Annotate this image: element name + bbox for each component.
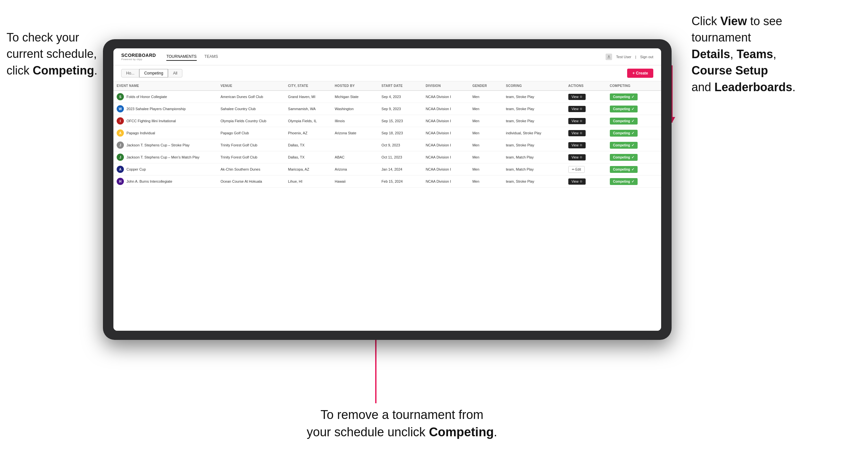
edit-button[interactable]: ✏ Edit [568, 166, 585, 173]
event-name: Jackson T. Stephens Cup – Stroke Play [126, 143, 190, 147]
scoreboard-subtitle: Powered by clipp [121, 58, 156, 61]
filter-tab-all[interactable]: All [168, 69, 182, 77]
cell-gender: Men [469, 103, 503, 115]
cell-scoring: team, Stroke Play [503, 103, 565, 115]
cell-actions: View ⊙ [565, 139, 607, 151]
cell-city: Dallas, TX [285, 139, 331, 151]
cell-actions: View ⊙ [565, 91, 607, 103]
cell-hosted: Hawaii [331, 176, 378, 188]
team-logo: J [117, 142, 124, 149]
nav-right: Test User | Sign out [606, 54, 653, 60]
table-row: HJohn A. Burns IntercollegiateOcean Cour… [114, 176, 661, 188]
cell-competing: Competing ✓ [607, 151, 661, 163]
cell-division: NCAA Division I [422, 151, 469, 163]
filter-tab-host[interactable]: Ho... [121, 69, 139, 77]
cell-venue: Olympia Fields Country Club [217, 115, 285, 127]
cell-competing: Competing ✓ [607, 127, 661, 139]
cell-event: IOFCC Fighting Illini Invitational [114, 115, 217, 127]
cell-hosted: ABAC [331, 151, 378, 163]
view-button[interactable]: View ⊙ [568, 142, 586, 148]
tablet-shell: SCOREBOARD Powered by clipp TOURNAMENTS … [103, 39, 672, 340]
table-row: IOFCC Fighting Illini InvitationalOlympi… [114, 115, 661, 127]
cell-scoring: team, Stroke Play [503, 115, 565, 127]
annotation-bottom: To remove a tournament fromyour schedule… [275, 406, 529, 441]
competing-button[interactable]: Competing ✓ [610, 93, 638, 100]
cell-scoring: individual, Stroke Play [503, 127, 565, 139]
cell-hosted: Arizona State [331, 127, 378, 139]
view-button[interactable]: View ⊙ [568, 106, 586, 112]
scoreboard-logo: SCOREBOARD Powered by clipp [121, 53, 156, 61]
team-logo: A [117, 129, 124, 136]
create-button[interactable]: + Create [627, 69, 653, 78]
competing-button[interactable]: Competing ✓ [610, 142, 638, 149]
event-name: Papago Individual [126, 131, 155, 135]
cell-gender: Men [469, 115, 503, 127]
svg-point-0 [608, 55, 610, 57]
cell-scoring: team, Match Play [503, 163, 565, 176]
table-row: JJackson T. Stephens Cup – Stroke PlayTr… [114, 139, 661, 151]
cell-gender: Men [469, 163, 503, 176]
competing-button[interactable]: Competing ✓ [610, 130, 638, 136]
cell-start: Oct 9, 2023 [378, 139, 422, 151]
nav-link-tournaments[interactable]: TOURNAMENTS [166, 53, 196, 61]
cell-division: NCAA Division I [422, 163, 469, 176]
user-label: Test User [616, 55, 631, 59]
scoreboard-title: SCOREBOARD [121, 53, 156, 58]
annotation-top-right: Click View to seetournamentDetails, Team… [691, 13, 862, 95]
table-row: W2023 Sahalee Players ChampionshipSahale… [114, 103, 661, 115]
signout-link[interactable]: Sign out [640, 55, 653, 59]
table-header-row: EVENT NAME VENUE CITY, STATE HOSTED BY S… [114, 82, 661, 91]
cell-division: NCAA Division I [422, 176, 469, 188]
cell-hosted: Illinois [331, 115, 378, 127]
cell-scoring: team, Match Play [503, 151, 565, 163]
cell-start: Feb 15, 2024 [378, 176, 422, 188]
cell-actions: View ⊙ [565, 127, 607, 139]
cell-city: Olympia Fields, IL [285, 115, 331, 127]
team-logo: J [117, 154, 124, 161]
view-button[interactable]: View ⊙ [568, 94, 586, 100]
competing-button[interactable]: Competing ✓ [610, 166, 638, 173]
competing-button[interactable]: Competing ✓ [610, 118, 638, 125]
user-icon [606, 54, 612, 60]
filter-tab-competing[interactable]: Competing [139, 69, 168, 77]
cell-start: Jan 14, 2024 [378, 163, 422, 176]
th-actions: ACTIONS [565, 82, 607, 91]
cell-city: Maricopa, AZ [285, 163, 331, 176]
team-logo: A [117, 166, 124, 173]
cell-city: Phoenix, AZ [285, 127, 331, 139]
signout-divider: | [635, 55, 636, 59]
cell-hosted: Michigan State [331, 91, 378, 103]
view-button[interactable]: View ⊙ [568, 179, 586, 185]
cell-scoring: team, Stroke Play [503, 91, 565, 103]
cell-venue: Ak-Chin Southern Dunes [217, 163, 285, 176]
cell-actions: View ⊙ [565, 103, 607, 115]
competing-button[interactable]: Competing ✓ [610, 105, 638, 113]
cell-gender: Men [469, 176, 503, 188]
arrow-bottom-up [375, 331, 376, 403]
competing-button[interactable]: Competing ✓ [610, 178, 638, 185]
cell-event: SFolds of Honor Collegiate [114, 91, 217, 103]
cell-actions: ✏ Edit [565, 163, 607, 176]
view-button[interactable]: View ⊙ [568, 130, 586, 136]
nav-link-teams[interactable]: TEAMS [205, 53, 218, 61]
competing-button[interactable]: Competing ✓ [610, 154, 638, 161]
cell-competing: Competing ✓ [607, 115, 661, 127]
cell-hosted: Arizona [331, 163, 378, 176]
table-row: SFolds of Honor CollegiateAmerican Dunes… [114, 91, 661, 103]
tournaments-table: EVENT NAME VENUE CITY, STATE HOSTED BY S… [114, 82, 661, 188]
team-logo: I [117, 117, 124, 125]
event-name: Jackson T. Stephens Cup – Men's Match Pl… [126, 155, 199, 159]
cell-competing: Competing ✓ [607, 103, 661, 115]
cell-competing: Competing ✓ [607, 91, 661, 103]
cell-competing: Competing ✓ [607, 139, 661, 151]
cell-gender: Men [469, 127, 503, 139]
view-button[interactable]: View ⊙ [568, 118, 586, 124]
th-gender: GENDER [469, 82, 503, 91]
cell-start: Sep 18, 2023 [378, 127, 422, 139]
cell-scoring: team, Stroke Play [503, 139, 565, 151]
tablet-screen: SCOREBOARD Powered by clipp TOURNAMENTS … [114, 49, 661, 331]
view-button[interactable]: View ⊙ [568, 154, 586, 160]
th-hosted: HOSTED BY [331, 82, 378, 91]
cell-gender: Men [469, 151, 503, 163]
cell-event: JJackson T. Stephens Cup – Stroke Play [114, 139, 217, 151]
